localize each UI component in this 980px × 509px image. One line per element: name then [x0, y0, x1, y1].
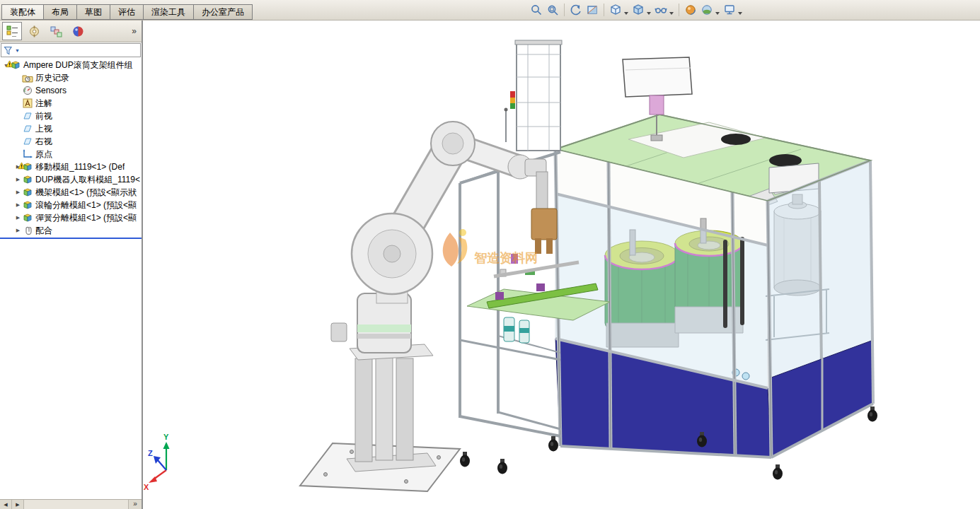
- triad-x-label: X: [144, 483, 149, 491]
- tree-item-moving-module[interactable]: ▶ 移動模組_1119<1> (Def: [0, 160, 142, 173]
- expand-arrow-icon[interactable]: ▶: [14, 215, 22, 221]
- tab-assembly[interactable]: 装配体: [1, 4, 44, 20]
- tree-item-origin[interactable]: 原点: [0, 148, 142, 160]
- tree-item-label: DUP機器人取料模組_1119<: [35, 174, 140, 186]
- tree-item-sensors[interactable]: Sensors: [0, 84, 142, 97]
- command-manager-bar: 装配体 布局 草图 评估 渲染工具 办公室产品: [0, 0, 980, 21]
- 3d-viewport[interactable]: 智造资料网 Y X Z: [143, 21, 980, 509]
- feature-manager-panel: » ▼ ▼ Ampere DUP滚筒支架组件组 历史记录 Sensors: [0, 21, 143, 509]
- tab-render-tools[interactable]: 渲染工具: [143, 4, 194, 20]
- tree-item-label: 配合: [35, 225, 52, 237]
- tree-item-label: 原点: [35, 148, 52, 160]
- panel-horizontal-scrollbar: ◀ ▶ »: [0, 499, 142, 509]
- tab-sketch[interactable]: 草图: [76, 4, 110, 20]
- history-folder-icon: [22, 72, 33, 83]
- orientation-triad[interactable]: Y X Z: [144, 433, 170, 491]
- filter-caret-icon[interactable]: ▼: [15, 48, 20, 53]
- feature-manager-tab-icon[interactable]: [2, 22, 22, 40]
- subassembly-icon: [22, 174, 33, 185]
- toolbar-separator: [679, 4, 679, 16]
- tree-item-mates[interactable]: ▶ 配合: [0, 224, 142, 237]
- view-settings-icon[interactable]: [722, 2, 737, 18]
- heads-up-view-toolbar: [529, 2, 743, 18]
- origin-icon: [22, 148, 33, 160]
- scroll-track[interactable]: [24, 500, 128, 509]
- tab-layout[interactable]: 布局: [43, 4, 77, 20]
- plane-icon: [22, 110, 33, 122]
- tree-item-label: Sensors: [35, 86, 67, 95]
- dropdown-caret[interactable]: [738, 12, 742, 15]
- previous-view-icon[interactable]: [569, 2, 583, 18]
- edit-appearance-icon[interactable]: [684, 2, 698, 18]
- scroll-right-button[interactable]: ▶: [12, 500, 24, 509]
- triad-z-label: Z: [148, 449, 153, 457]
- tree-item-label: 機架模組<1> (預設<顯示狀: [35, 187, 137, 199]
- subassembly-icon: [22, 212, 33, 223]
- feature-tree: ▼ Ampere DUP滚筒支架组件组 历史记录 Sensors 注解: [0, 57, 142, 237]
- vertical-gantry-tower[interactable]: [505, 40, 563, 151]
- dropdown-caret[interactable]: [669, 12, 674, 15]
- tree-item-label: 注解: [35, 98, 52, 110]
- dropdown-caret[interactable]: [715, 12, 720, 15]
- door-handle[interactable]: [723, 240, 727, 328]
- tree-item-label: 滾輪分離模組<1> (預設<顯: [35, 199, 137, 211]
- tree-item-label: 右视: [35, 136, 52, 148]
- expand-arrow-icon[interactable]: ▶: [14, 202, 22, 208]
- zoom-to-area-icon[interactable]: [546, 2, 560, 18]
- display-style-icon[interactable]: [631, 2, 645, 18]
- tree-item-history[interactable]: 历史记录: [0, 71, 142, 84]
- tree-item-robot-pick-module[interactable]: ▶ DUP機器人取料模組_1119<: [0, 173, 142, 186]
- mates-icon: [22, 225, 33, 236]
- tree-item-top-plane[interactable]: 上视: [0, 122, 142, 135]
- tree-item-label: 历史记录: [35, 72, 69, 84]
- tab-evaluate[interactable]: 评估: [110, 4, 144, 20]
- apply-scene-icon[interactable]: [700, 2, 714, 18]
- tree-item-annotations[interactable]: 注解: [0, 97, 142, 110]
- watermark-text: 智造资料网: [473, 251, 538, 265]
- tree-item-label: 彈簧分離模組<1> (預設<顯: [35, 212, 137, 224]
- air-filter-units: [504, 317, 529, 343]
- plane-icon: [22, 123, 33, 134]
- tree-item-root-assembly[interactable]: ▼ Ampere DUP滚筒支架组件组: [0, 59, 142, 71]
- panel-collapse-chevron[interactable]: »: [129, 26, 139, 36]
- watermark: 智造资料网: [443, 229, 538, 267]
- tree-item-roller-separation-module[interactable]: ▶ 滾輪分離模組<1> (預設<顯: [0, 199, 142, 211]
- annotations-icon: [22, 98, 33, 109]
- dropdown-caret[interactable]: [647, 12, 651, 15]
- end-effector-gripper[interactable]: [531, 209, 557, 254]
- door-handle[interactable]: [740, 237, 744, 325]
- tree-item-front-plane[interactable]: 前视: [0, 110, 142, 122]
- hide-show-items-icon[interactable]: [654, 2, 668, 18]
- expand-arrow-icon[interactable]: ▶: [14, 177, 22, 182]
- panel-splitter[interactable]: [0, 238, 142, 239]
- subassembly-icon: [22, 161, 33, 172]
- property-manager-tab-icon[interactable]: [24, 22, 44, 40]
- triad-y-label: Y: [163, 433, 169, 441]
- command-tabs: 装配体 布局 草图 评估 渲染工具 办公室产品: [0, 0, 980, 20]
- machine-enclosure[interactable]: [555, 115, 877, 480]
- tree-item-label: Ampere DUP滚筒支架组件组: [23, 59, 133, 71]
- expand-arrow-icon[interactable]: ▶: [14, 189, 22, 195]
- toolbar-separator: [604, 4, 604, 16]
- expand-arrow-icon[interactable]: ▶: [14, 228, 22, 233]
- model-view-canvas: 智造资料网 Y X Z: [143, 21, 980, 509]
- stack-light: [510, 91, 515, 109]
- filter-icon: [4, 46, 13, 55]
- dropdown-caret[interactable]: [624, 12, 628, 15]
- display-manager-tab-icon[interactable]: [68, 22, 88, 40]
- assembly-icon: [10, 59, 21, 71]
- zoom-to-fit-icon[interactable]: [529, 2, 543, 18]
- scroll-left-button[interactable]: ◀: [0, 500, 12, 509]
- panel-resize-grip[interactable]: »: [128, 500, 142, 509]
- tree-item-right-plane[interactable]: 右视: [0, 135, 142, 148]
- view-orientation-icon[interactable]: [609, 2, 623, 18]
- tree-item-label: 前视: [35, 110, 52, 122]
- tree-item-spring-separation-module[interactable]: ▶ 彈簧分離模組<1> (預設<顯: [0, 211, 142, 224]
- configuration-manager-tab-icon[interactable]: [46, 22, 66, 40]
- tree-item-frame-module[interactable]: ▶ 機架模組<1> (預設<顯示狀: [0, 186, 142, 199]
- tree-item-label: 移動模組_1119<1> (Def: [35, 161, 125, 173]
- section-view-icon[interactable]: [585, 2, 599, 18]
- subassembly-icon: [22, 199, 33, 211]
- tree-filter[interactable]: ▼: [1, 43, 141, 57]
- tab-office-products[interactable]: 办公室产品: [193, 4, 253, 20]
